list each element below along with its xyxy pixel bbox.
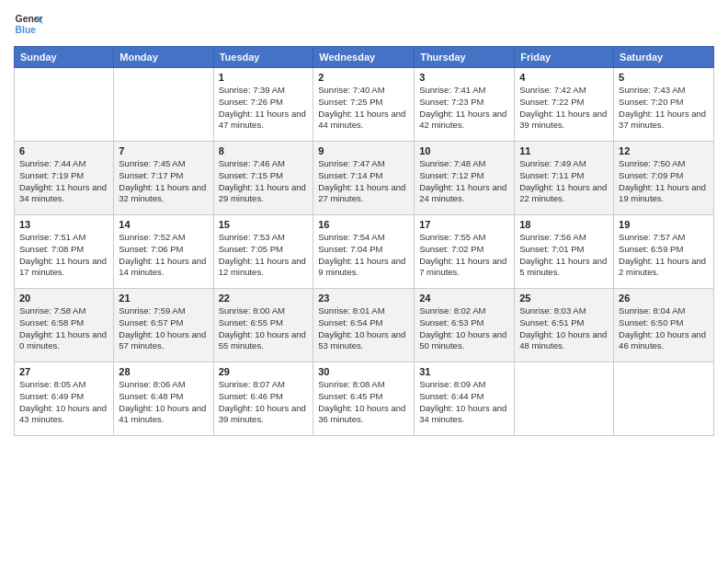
day-number: 13 [19, 219, 108, 230]
weekday-header: Tuesday [213, 47, 313, 68]
day-info: Sunrise: 7:59 AM Sunset: 6:57 PM Dayligh… [119, 305, 208, 352]
calendar-cell: 13Sunrise: 7:51 AM Sunset: 7:08 PM Dayli… [15, 215, 114, 289]
day-number: 4 [519, 72, 609, 83]
day-number: 3 [419, 72, 509, 83]
calendar-cell: 18Sunrise: 7:56 AM Sunset: 7:01 PM Dayli… [515, 215, 614, 289]
logo: General Blue [14, 9, 45, 39]
day-number: 28 [119, 366, 208, 377]
day-number: 17 [419, 219, 509, 230]
weekday-header: Thursday [415, 47, 515, 68]
calendar-cell: 6Sunrise: 7:44 AM Sunset: 7:19 PM Daylig… [15, 142, 114, 215]
svg-text:Blue: Blue [16, 25, 37, 35]
weekday-header: Monday [114, 47, 213, 68]
day-number: 31 [419, 366, 509, 377]
calendar-week-row: 27Sunrise: 8:05 AM Sunset: 6:49 PM Dayli… [15, 362, 714, 436]
calendar-cell: 29Sunrise: 8:07 AM Sunset: 6:46 PM Dayli… [213, 362, 313, 436]
day-number: 11 [519, 145, 609, 156]
day-info: Sunrise: 8:00 AM Sunset: 6:55 PM Dayligh… [219, 305, 309, 352]
day-info: Sunrise: 8:01 AM Sunset: 6:54 PM Dayligh… [318, 305, 409, 352]
day-info: Sunrise: 7:46 AM Sunset: 7:15 PM Dayligh… [219, 158, 309, 205]
day-number: 24 [419, 293, 509, 304]
calendar-week-row: 13Sunrise: 7:51 AM Sunset: 7:08 PM Dayli… [15, 215, 714, 289]
calendar-week-row: 1Sunrise: 7:39 AM Sunset: 7:26 PM Daylig… [15, 68, 714, 142]
day-number: 25 [519, 293, 609, 304]
calendar-cell: 8Sunrise: 7:46 AM Sunset: 7:15 PM Daylig… [213, 142, 313, 215]
calendar-week-row: 20Sunrise: 7:58 AM Sunset: 6:58 PM Dayli… [15, 289, 714, 362]
calendar-cell: 5Sunrise: 7:43 AM Sunset: 7:20 PM Daylig… [614, 68, 714, 142]
day-info: Sunrise: 7:41 AM Sunset: 7:23 PM Dayligh… [419, 85, 509, 132]
weekday-header: Friday [515, 47, 614, 68]
day-number: 18 [519, 219, 609, 230]
calendar-cell: 26Sunrise: 8:04 AM Sunset: 6:50 PM Dayli… [614, 289, 714, 362]
day-info: Sunrise: 7:43 AM Sunset: 7:20 PM Dayligh… [619, 85, 709, 132]
day-info: Sunrise: 7:48 AM Sunset: 7:12 PM Dayligh… [419, 158, 509, 205]
day-number: 21 [119, 293, 208, 304]
page: General Blue SundayMondayTuesdayWednesda… [0, 0, 728, 563]
day-info: Sunrise: 8:04 AM Sunset: 6:50 PM Dayligh… [619, 305, 709, 352]
calendar-cell: 11Sunrise: 7:49 AM Sunset: 7:11 PM Dayli… [515, 142, 614, 215]
day-info: Sunrise: 7:56 AM Sunset: 7:01 PM Dayligh… [519, 232, 609, 279]
day-number: 19 [619, 219, 709, 230]
day-info: Sunrise: 8:09 AM Sunset: 6:44 PM Dayligh… [419, 379, 509, 426]
day-number: 5 [619, 72, 709, 83]
day-number: 22 [219, 293, 309, 304]
day-number: 26 [619, 293, 709, 304]
day-info: Sunrise: 7:39 AM Sunset: 7:26 PM Dayligh… [219, 85, 309, 132]
day-info: Sunrise: 7:49 AM Sunset: 7:11 PM Dayligh… [519, 158, 609, 205]
calendar-cell [515, 362, 614, 436]
day-info: Sunrise: 7:54 AM Sunset: 7:04 PM Dayligh… [318, 232, 409, 279]
day-info: Sunrise: 7:50 AM Sunset: 7:09 PM Dayligh… [619, 158, 709, 205]
day-info: Sunrise: 7:53 AM Sunset: 7:05 PM Dayligh… [219, 232, 309, 279]
day-number: 12 [619, 145, 709, 156]
calendar-cell: 2Sunrise: 7:40 AM Sunset: 7:25 PM Daylig… [313, 68, 415, 142]
day-number: 27 [19, 366, 108, 377]
calendar-cell: 21Sunrise: 7:59 AM Sunset: 6:57 PM Dayli… [114, 289, 213, 362]
calendar-cell: 24Sunrise: 8:02 AM Sunset: 6:53 PM Dayli… [415, 289, 515, 362]
calendar-cell: 28Sunrise: 8:06 AM Sunset: 6:48 PM Dayli… [114, 362, 213, 436]
calendar-cell [15, 68, 114, 142]
day-info: Sunrise: 8:05 AM Sunset: 6:49 PM Dayligh… [19, 379, 108, 426]
header-row: SundayMondayTuesdayWednesdayThursdayFrid… [15, 47, 714, 68]
day-number: 14 [119, 219, 208, 230]
day-info: Sunrise: 7:52 AM Sunset: 7:06 PM Dayligh… [119, 232, 208, 279]
calendar-cell: 17Sunrise: 7:55 AM Sunset: 7:02 PM Dayli… [415, 215, 515, 289]
calendar-cell: 19Sunrise: 7:57 AM Sunset: 6:59 PM Dayli… [614, 215, 714, 289]
day-number: 10 [419, 145, 509, 156]
calendar-cell: 22Sunrise: 8:00 AM Sunset: 6:55 PM Dayli… [213, 289, 313, 362]
calendar-cell: 12Sunrise: 7:50 AM Sunset: 7:09 PM Dayli… [614, 142, 714, 215]
day-info: Sunrise: 7:40 AM Sunset: 7:25 PM Dayligh… [318, 85, 409, 132]
day-info: Sunrise: 7:51 AM Sunset: 7:08 PM Dayligh… [19, 232, 108, 279]
day-info: Sunrise: 7:45 AM Sunset: 7:17 PM Dayligh… [119, 158, 208, 205]
calendar-cell: 30Sunrise: 8:08 AM Sunset: 6:45 PM Dayli… [313, 362, 415, 436]
weekday-header: Saturday [614, 47, 714, 68]
weekday-header: Wednesday [313, 47, 415, 68]
day-number: 23 [318, 293, 409, 304]
calendar-cell: 14Sunrise: 7:52 AM Sunset: 7:06 PM Dayli… [114, 215, 213, 289]
day-info: Sunrise: 8:03 AM Sunset: 6:51 PM Dayligh… [519, 305, 609, 352]
day-number: 20 [19, 293, 108, 304]
day-info: Sunrise: 8:08 AM Sunset: 6:45 PM Dayligh… [318, 379, 409, 426]
logo-icon: General Blue [14, 9, 43, 39]
day-number: 30 [318, 366, 409, 377]
day-info: Sunrise: 7:57 AM Sunset: 6:59 PM Dayligh… [619, 232, 709, 279]
day-number: 6 [19, 145, 108, 156]
calendar-cell: 9Sunrise: 7:47 AM Sunset: 7:14 PM Daylig… [313, 142, 415, 215]
calendar-cell: 25Sunrise: 8:03 AM Sunset: 6:51 PM Dayli… [515, 289, 614, 362]
day-number: 1 [219, 72, 309, 83]
day-number: 16 [318, 219, 409, 230]
calendar-cell: 4Sunrise: 7:42 AM Sunset: 7:22 PM Daylig… [515, 68, 614, 142]
day-info: Sunrise: 7:44 AM Sunset: 7:19 PM Dayligh… [19, 158, 108, 205]
day-info: Sunrise: 8:02 AM Sunset: 6:53 PM Dayligh… [419, 305, 509, 352]
calendar-cell: 10Sunrise: 7:48 AM Sunset: 7:12 PM Dayli… [415, 142, 515, 215]
weekday-header: Sunday [15, 47, 114, 68]
day-number: 9 [318, 145, 409, 156]
calendar-cell: 20Sunrise: 7:58 AM Sunset: 6:58 PM Dayli… [15, 289, 114, 362]
calendar-cell: 16Sunrise: 7:54 AM Sunset: 7:04 PM Dayli… [313, 215, 415, 289]
calendar-cell [614, 362, 714, 436]
calendar-week-row: 6Sunrise: 7:44 AM Sunset: 7:19 PM Daylig… [15, 142, 714, 215]
calendar-cell: 15Sunrise: 7:53 AM Sunset: 7:05 PM Dayli… [213, 215, 313, 289]
day-number: 8 [219, 145, 309, 156]
header: General Blue [14, 9, 714, 39]
day-number: 29 [219, 366, 309, 377]
calendar-cell: 31Sunrise: 8:09 AM Sunset: 6:44 PM Dayli… [415, 362, 515, 436]
